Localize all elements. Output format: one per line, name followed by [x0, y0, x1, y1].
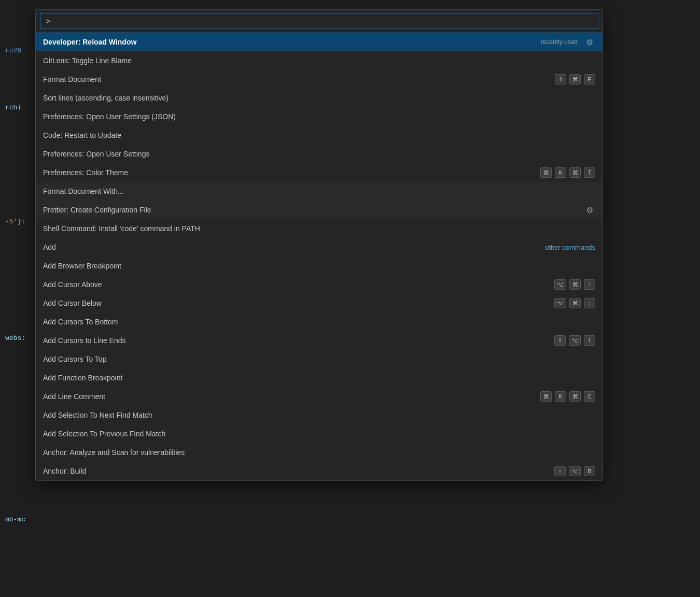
command-item-reload-window[interactable]: Developer: Reload Window recently used ⚙ [36, 33, 603, 51]
kbd-alt: ⌥ [554, 279, 566, 290]
other-commands-text[interactable]: other commands [545, 244, 595, 251]
kbd-cmd: ⌘ [540, 391, 552, 402]
command-label: Add Cursors To Bottom [43, 318, 595, 326]
command-item-shell-command[interactable]: Shell Command: Install 'code' command in… [36, 219, 603, 238]
command-label: Developer: Reload Window [43, 38, 541, 46]
command-item-format-document-with[interactable]: Format Document With... [36, 182, 603, 201]
kbd-cmd: ⌘ [569, 298, 581, 308]
command-item-add-cursors-top[interactable]: Add Cursors To Top [36, 350, 603, 368]
kbd-k: K [555, 391, 566, 402]
command-item-add-cursors-bottom[interactable]: Add Cursors To Bottom [36, 312, 603, 331]
command-label: Code: Restart to Update [43, 131, 595, 139]
search-container: > [36, 10, 603, 33]
command-label: Prettier: Create Configuration File [43, 206, 584, 214]
command-label: Add Cursors To Top [43, 355, 595, 363]
command-label: Anchor: Analyze and Scan for vulnerabili… [43, 448, 595, 457]
command-item-add-selection-prev[interactable]: Add Selection To Previous Find Match [36, 424, 603, 443]
command-item-gitlens-toggle[interactable]: GitLens: Toggle Line Blame [36, 51, 603, 70]
command-item-add-browser-breakpoint[interactable]: Add Browser Breakpoint [36, 257, 603, 275]
command-item-sort-lines[interactable]: Sort lines (ascending, case insensitive) [36, 89, 603, 107]
command-label: Add Browser Breakpoint [43, 262, 595, 270]
command-search-input[interactable]: > [40, 13, 598, 29]
gear-icon: ⚙ [584, 36, 595, 48]
kbd-alt: ⌥ [569, 335, 581, 346]
command-label: Shell Command: Install 'code' command in… [43, 224, 595, 233]
command-palette: > Developer: Reload Window recently used… [35, 9, 603, 481]
kbd-cmd: ⌘ [569, 279, 581, 290]
gear-icon: ⚙ [584, 204, 595, 216]
kbd-alt: ⌥ [569, 466, 581, 476]
command-item-prettier-config[interactable]: Prettier: Create Configuration File ⚙ [36, 201, 603, 219]
command-right: ⇧ ⌘ E [555, 74, 595, 84]
command-right-other-commands: other commands [545, 244, 595, 251]
command-label: GitLens: Toggle Line Blame [43, 56, 595, 65]
command-right: ⌘ K ⌘ T [540, 167, 595, 178]
command-item-anchor-build[interactable]: Anchor: Build ↑ ⌥ B [36, 462, 603, 480]
command-right: ⌘ K ⌘ C [540, 391, 595, 402]
command-item-add-function-breakpoint[interactable]: Add Function Breakpoint [36, 368, 603, 387]
command-item-format-document[interactable]: Format Document ⇧ ⌘ E [36, 70, 603, 89]
command-label: Add Selection To Previous Find Match [43, 430, 595, 438]
kbd-up: ↑ [554, 466, 566, 476]
command-right: recently used ⚙ [541, 36, 595, 48]
command-item-code-restart[interactable]: Code: Restart to Update [36, 126, 603, 145]
command-label: Sort lines (ascending, case insensitive) [43, 94, 595, 102]
command-item-preferences-user-settings[interactable]: Preferences: Open User Settings [36, 145, 603, 163]
command-item-preferences-color-theme[interactable]: Preferences: Color Theme ⌘ K ⌘ T [36, 163, 603, 182]
command-item-add-selection-next[interactable]: Add Selection To Next Find Match [36, 406, 603, 424]
kbd-shift: ⇧ [554, 335, 566, 346]
command-item-add-cursor-above[interactable]: Add Cursor Above ⌥ ⌘ ↑ [36, 275, 603, 294]
command-label: Preferences: Open User Settings [43, 150, 595, 158]
command-right: ↑ ⌥ B [554, 466, 595, 476]
command-label: Add Function Breakpoint [43, 374, 595, 382]
kbd-cmd: ⌘ [540, 167, 552, 178]
command-right: ⚙ [584, 204, 595, 216]
command-label: Add Cursors to Line Ends [43, 336, 554, 345]
command-item-add[interactable]: Add other commands [36, 238, 603, 257]
command-label: Preferences: Open User Settings (JSON) [43, 112, 595, 121]
kbd-t: T [584, 167, 595, 178]
command-right: ⇧ ⌥ I [554, 335, 595, 346]
command-right: ⌥ ⌘ ↓ [554, 298, 595, 308]
command-label: Add Line Comment [43, 392, 540, 401]
kbd-up: ↑ [584, 279, 595, 290]
command-item-preferences-user-json[interactable]: Preferences: Open User Settings (JSON) [36, 107, 603, 126]
kbd-alt: ⌥ [554, 298, 566, 308]
command-label: Format Document With... [43, 187, 595, 195]
command-item-add-cursor-below[interactable]: Add Cursor Below ⌥ ⌘ ↓ [36, 294, 603, 312]
kbd-e: E [584, 74, 595, 84]
command-item-anchor-analyze[interactable]: Anchor: Analyze and Scan for vulnerabili… [36, 443, 603, 462]
kbd-cmd2: ⌘ [569, 167, 581, 178]
recently-used-text: recently used [541, 38, 578, 46]
command-item-add-line-comment[interactable]: Add Line Comment ⌘ K ⌘ C [36, 387, 603, 406]
command-label: Add [43, 243, 545, 251]
command-label: Preferences: Color Theme [43, 168, 540, 177]
command-label: Add Cursor Below [43, 299, 554, 307]
kbd-c: C [584, 391, 595, 402]
command-right: ⌥ ⌘ ↑ [554, 279, 595, 290]
kbd-cmd: ⌘ [569, 74, 581, 84]
command-item-add-cursors-line-ends[interactable]: Add Cursors to Line Ends ⇧ ⌥ I [36, 331, 603, 350]
command-label: Format Document [43, 75, 555, 83]
command-list: Developer: Reload Window recently used ⚙… [36, 33, 603, 480]
command-label: Anchor: Build [43, 467, 554, 475]
kbd-shift: ⇧ [555, 74, 566, 84]
command-label: Add Selection To Next Find Match [43, 411, 595, 419]
kbd-down: ↓ [584, 298, 595, 308]
kbd-b: B [584, 466, 595, 476]
command-label: Add Cursor Above [43, 280, 554, 289]
kbd-cmd2: ⌘ [569, 391, 581, 402]
kbd-k: K [555, 167, 566, 178]
kbd-i: I [584, 335, 595, 346]
